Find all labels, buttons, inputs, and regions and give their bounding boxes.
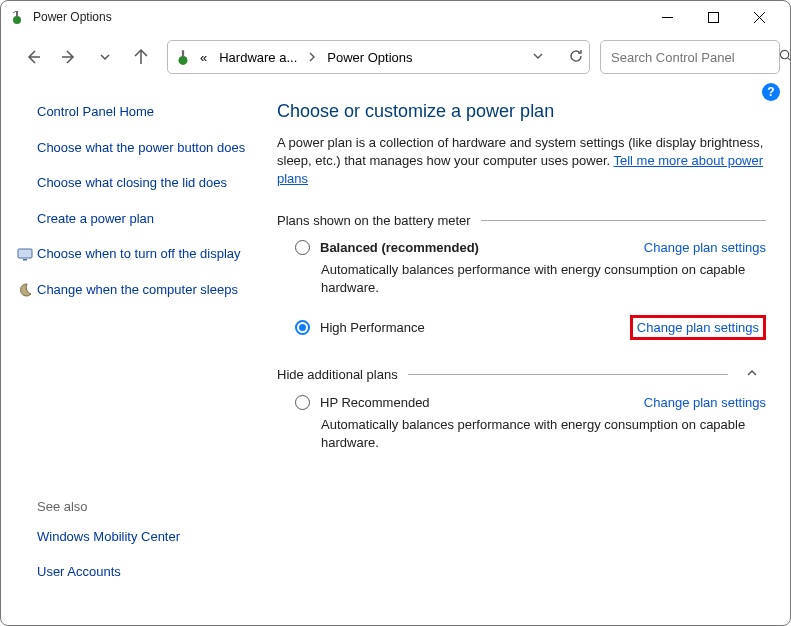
- see-also-mobility-center[interactable]: Windows Mobility Center: [37, 528, 180, 546]
- sidebar-link-closing-lid[interactable]: Choose what closing the lid does: [37, 174, 253, 192]
- page-heading: Choose or customize a power plan: [277, 101, 766, 122]
- plan-description: Automatically balances performance with …: [321, 261, 766, 297]
- plan-name[interactable]: HP Recommended: [320, 395, 430, 410]
- search-box[interactable]: [600, 40, 780, 74]
- sidebar-item-label: Choose when to turn off the display: [37, 246, 241, 261]
- forward-button[interactable]: [53, 41, 85, 73]
- svg-rect-3: [708, 12, 718, 22]
- plan-description: Automatically balances performance with …: [321, 416, 766, 452]
- search-input[interactable]: [611, 50, 779, 65]
- svg-point-0: [13, 16, 21, 24]
- svg-point-9: [179, 56, 188, 65]
- chevron-up-icon[interactable]: [738, 366, 766, 383]
- window-title: Power Options: [33, 10, 112, 24]
- see-also-user-accounts[interactable]: User Accounts: [37, 563, 180, 581]
- svg-rect-1: [16, 11, 18, 17]
- group-title-text: Plans shown on the battery meter: [277, 213, 471, 228]
- radio-hp-recommended[interactable]: [295, 395, 310, 410]
- close-button[interactable]: [736, 2, 782, 32]
- minimize-button[interactable]: [644, 2, 690, 32]
- sidebar-link-power-button[interactable]: Choose what the power button does: [37, 139, 253, 157]
- breadcrumb[interactable]: « Hardware a... Power Options: [167, 40, 590, 74]
- back-button[interactable]: [17, 41, 49, 73]
- change-plan-settings-hp-recommended[interactable]: Change plan settings: [644, 395, 766, 410]
- breadcrumb-parent[interactable]: Hardware a...: [215, 50, 301, 65]
- maximize-button[interactable]: [690, 2, 736, 32]
- svg-rect-14: [23, 259, 27, 261]
- up-button[interactable]: [125, 41, 157, 73]
- sidebar-link-computer-sleeps[interactable]: Change when the computer sleeps: [37, 281, 253, 299]
- svg-rect-13: [18, 249, 32, 258]
- title-bar: Power Options: [1, 1, 790, 33]
- see-also-section: See also Windows Mobility Center User Ac…: [37, 499, 180, 599]
- sidebar-link-turn-off-display[interactable]: Choose when to turn off the display: [37, 245, 253, 263]
- svg-point-11: [780, 50, 788, 58]
- power-options-icon: [9, 9, 25, 25]
- plan-name[interactable]: High Performance: [320, 320, 425, 335]
- chevron-right-icon[interactable]: [305, 50, 319, 65]
- plans-group-additional-title[interactable]: Hide additional plans: [277, 366, 766, 383]
- recent-locations-button[interactable]: [89, 41, 121, 73]
- control-panel-home-link[interactable]: Control Panel Home: [37, 103, 253, 121]
- page-description: A power plan is a collection of hardware…: [277, 134, 766, 189]
- breadcrumb-current[interactable]: Power Options: [323, 50, 416, 65]
- refresh-button[interactable]: [569, 49, 583, 66]
- divider: [481, 220, 766, 221]
- help-icon[interactable]: ?: [762, 83, 780, 101]
- breadcrumb-dropdown-button[interactable]: [531, 49, 545, 66]
- change-plan-settings-balanced[interactable]: Change plan settings: [644, 240, 766, 255]
- sidebar-link-create-plan[interactable]: Create a power plan: [37, 210, 253, 228]
- plan-hp-recommended: HP Recommended Change plan settings Auto…: [295, 395, 766, 452]
- change-plan-settings-high-performance[interactable]: Change plan settings: [630, 315, 766, 340]
- power-options-icon: [174, 48, 192, 66]
- nav-bar: « Hardware a... Power Options: [1, 33, 790, 81]
- group-title-text: Hide additional plans: [277, 367, 398, 382]
- breadcrumb-back-prefix[interactable]: «: [196, 50, 211, 65]
- display-icon: [17, 246, 33, 262]
- svg-rect-10: [182, 50, 184, 57]
- divider: [408, 374, 728, 375]
- sidebar: Control Panel Home Choose what the power…: [17, 81, 257, 609]
- plan-high-performance: High Performance Change plan settings: [295, 315, 766, 340]
- main-content: ? Choose or customize a power plan A pow…: [257, 81, 774, 609]
- radio-high-performance[interactable]: [295, 320, 310, 335]
- plan-balanced: Balanced (recommended) Change plan setti…: [295, 240, 766, 297]
- moon-icon: [17, 282, 33, 298]
- sidebar-item-label: Change when the computer sleeps: [37, 282, 238, 297]
- see-also-label: See also: [37, 499, 180, 514]
- search-icon[interactable]: [779, 49, 791, 65]
- plan-name[interactable]: Balanced (recommended): [320, 240, 479, 255]
- radio-balanced[interactable]: [295, 240, 310, 255]
- plans-group-primary-title: Plans shown on the battery meter: [277, 213, 766, 228]
